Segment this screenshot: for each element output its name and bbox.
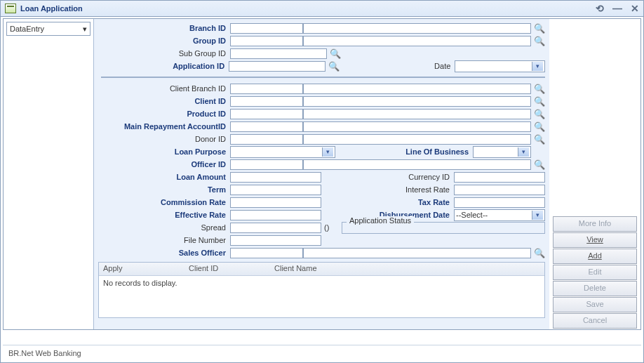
window-title: Loan Application xyxy=(20,4,83,13)
commission-rate-input[interactable] xyxy=(230,197,321,208)
donor-id-label: Donor ID xyxy=(101,135,230,143)
sales-officer-code[interactable] xyxy=(230,248,303,258)
main-repayment-name[interactable] xyxy=(303,121,531,132)
application-id-label: Application ID xyxy=(101,62,229,70)
main-repayment-code[interactable] xyxy=(230,121,303,132)
client-branch-name[interactable] xyxy=(303,84,531,94)
add-button[interactable]: Add xyxy=(553,249,637,264)
branch-id-label: Branch ID xyxy=(101,24,230,32)
product-id-code[interactable] xyxy=(230,109,303,119)
chevron-down-icon: ▾ xyxy=(83,25,87,34)
group-id-name[interactable] xyxy=(303,36,531,46)
interest-rate-input[interactable] xyxy=(454,185,545,195)
col-client-name[interactable]: Client Name xyxy=(270,263,544,275)
effective-rate-label: Effective Rate xyxy=(101,211,230,219)
grid-empty-text: No records to display. xyxy=(99,276,544,290)
divider xyxy=(101,77,545,78)
application-status-label: Application Status xyxy=(347,216,414,225)
donor-id-code[interactable] xyxy=(230,134,303,145)
term-input[interactable] xyxy=(230,185,321,195)
col-apply[interactable]: Apply xyxy=(99,263,185,275)
date-label: Date xyxy=(340,62,455,70)
view-button[interactable]: View xyxy=(553,232,637,248)
restore-icon[interactable]: ⟲ xyxy=(596,3,604,14)
currency-id-label: Currency ID xyxy=(337,173,454,181)
officer-id-code[interactable] xyxy=(230,159,303,170)
group-id-code[interactable] xyxy=(230,36,303,46)
edit-button[interactable]: Edit xyxy=(553,265,637,280)
search-icon[interactable]: 🔍 xyxy=(534,83,545,94)
sales-officer-label: Sales Officer xyxy=(101,249,230,257)
client-id-name[interactable] xyxy=(303,96,531,107)
search-icon[interactable]: 🔍 xyxy=(534,121,545,132)
mode-value: DataEntry xyxy=(10,25,44,33)
col-client-id[interactable]: Client ID xyxy=(185,263,270,275)
sidebar: DataEntry ▾ xyxy=(4,19,94,329)
spread-input[interactable] xyxy=(230,223,321,233)
client-branch-id-label: Client Branch ID xyxy=(101,84,230,93)
statusbar: BR.Net Web Banking xyxy=(3,345,641,361)
group-id-label: Group ID xyxy=(101,37,230,45)
mode-dropdown[interactable]: DataEntry ▾ xyxy=(6,22,90,36)
save-button[interactable]: Save xyxy=(553,297,637,312)
spread-label: Spread xyxy=(101,223,230,232)
close-icon[interactable]: ✕ xyxy=(631,3,639,14)
content: DataEntry ▾ Branch ID 🔍 Group ID 🔍 Sub G… xyxy=(1,16,643,362)
chevron-down-icon: ▾ xyxy=(532,62,543,71)
donor-id-name[interactable] xyxy=(303,134,531,145)
search-icon[interactable]: 🔍 xyxy=(534,108,545,119)
product-id-name[interactable] xyxy=(303,109,531,119)
window-buttons: ⟲ — ✕ xyxy=(596,3,639,14)
effective-rate-input[interactable] xyxy=(230,210,321,220)
line-of-business-select[interactable]: ▾ xyxy=(473,146,531,158)
loan-amount-label: Loan Amount xyxy=(101,173,230,181)
search-icon[interactable]: 🔍 xyxy=(534,159,545,170)
sub-group-id-input[interactable] xyxy=(230,48,327,59)
currency-id-input[interactable] xyxy=(454,172,545,183)
main: DataEntry ▾ Branch ID 🔍 Group ID 🔍 Sub G… xyxy=(3,18,641,330)
branch-id-name[interactable] xyxy=(303,23,531,34)
loan-amount-input[interactable] xyxy=(230,172,321,183)
minimize-icon[interactable]: — xyxy=(612,3,622,14)
tax-rate-label: Tax Rate xyxy=(337,198,454,206)
officer-id-label: Officer ID xyxy=(101,160,230,169)
officer-id-name[interactable] xyxy=(303,159,531,170)
grid-header: Apply Client ID Client Name xyxy=(99,263,544,276)
loan-purpose-select[interactable]: ▾ xyxy=(230,146,335,158)
chevron-down-icon: ▾ xyxy=(322,147,333,157)
titlebar: Loan Application ⟲ — ✕ xyxy=(1,1,643,17)
search-icon[interactable]: 🔍 xyxy=(328,60,340,72)
search-icon[interactable]: 🔍 xyxy=(534,35,545,46)
file-number-input[interactable] xyxy=(230,235,321,246)
client-id-label: Client ID xyxy=(101,97,230,105)
client-id-code[interactable] xyxy=(230,96,303,107)
form-icon xyxy=(5,4,16,13)
search-icon[interactable]: 🔍 xyxy=(534,247,545,258)
line-of-business-label: Line Of Business xyxy=(335,147,473,156)
file-number-label: File Number xyxy=(101,236,230,244)
disbursement-date-select[interactable]: --Select--▾ xyxy=(454,209,545,221)
window: { "title": "Loan Application", "sidebar"… xyxy=(0,0,644,363)
application-id-input[interactable] xyxy=(229,61,326,72)
search-icon[interactable]: 🔍 xyxy=(534,95,545,107)
search-icon[interactable]: 🔍 xyxy=(534,22,545,34)
interest-rate-label: Interest Rate xyxy=(337,185,454,194)
chevron-down-icon: ▾ xyxy=(518,147,529,157)
sales-officer-name[interactable] xyxy=(303,248,531,258)
tax-rate-input[interactable] xyxy=(454,197,545,208)
main-repayment-label: Main Repayment AccountID xyxy=(101,122,230,131)
more-info-button[interactable]: More Info xyxy=(553,216,637,232)
product-id-label: Product ID xyxy=(101,110,230,118)
form-panel: Branch ID 🔍 Group ID 🔍 Sub Group ID 🔍 Ap… xyxy=(94,19,549,329)
chevron-down-icon: ▾ xyxy=(532,211,543,220)
cancel-button[interactable]: Cancel xyxy=(553,313,637,329)
date-picker[interactable]: ▾ xyxy=(455,60,545,72)
search-icon[interactable]: 🔍 xyxy=(534,133,545,145)
search-icon[interactable]: 🔍 xyxy=(330,48,341,59)
spread-paren: () xyxy=(321,223,332,232)
delete-button[interactable]: Delete xyxy=(553,281,637,296)
sub-group-id-label: Sub Group ID xyxy=(101,49,230,58)
branch-id-code[interactable] xyxy=(230,23,303,34)
commission-rate-label: Commission Rate xyxy=(101,198,230,206)
client-branch-code[interactable] xyxy=(230,84,303,94)
